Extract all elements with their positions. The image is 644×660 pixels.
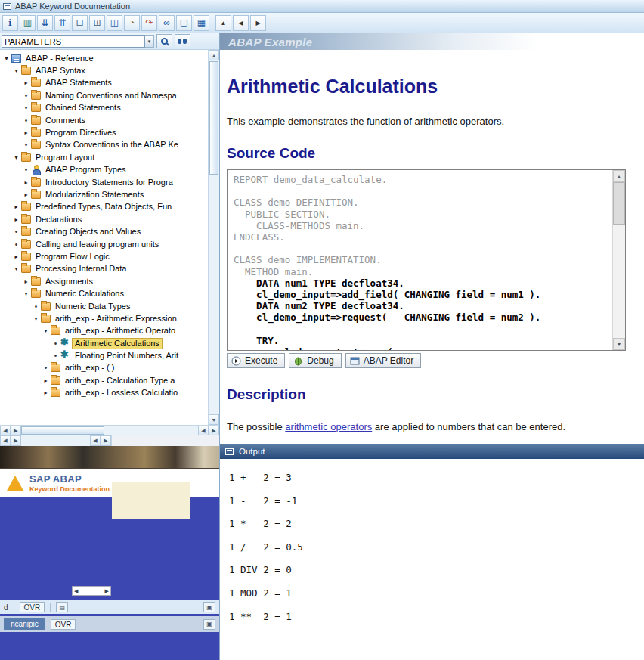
tree-item[interactable]: ▾ABAP Syntax: [0, 64, 208, 76]
tree-item-label[interactable]: Numeric Calculations: [43, 289, 126, 299]
tree-item-label[interactable]: ABAP Statements: [43, 78, 114, 88]
execute-button[interactable]: Execute: [227, 353, 285, 368]
tree-item-label[interactable]: Introductory Statements for Progra: [43, 178, 175, 187]
reading-glasses-icon[interactable]: ∞: [159, 15, 175, 31]
tree-item[interactable]: ▸arith_exp - Lossless Calculatio: [0, 387, 208, 399]
expand-toggle[interactable]: ▸: [42, 389, 50, 396]
tree-item[interactable]: •Calling and leaving program units: [0, 238, 208, 250]
tree-item[interactable]: ▸Predefined Types, Data Objects, Fun: [0, 201, 208, 213]
tree-item-label[interactable]: Declarations: [33, 215, 84, 225]
tree-item-label[interactable]: Naming Conventions and Namespa: [43, 91, 179, 101]
collapse-toggle[interactable]: ▾: [22, 290, 30, 297]
expand-toggle[interactable]: ▸: [12, 253, 20, 260]
tree-item-label[interactable]: Syntax Conventions in the ABAP Ke: [43, 140, 181, 150]
scroll-up-arrow[interactable]: ▲: [209, 50, 219, 60]
history-icon[interactable]: ◔: [124, 15, 140, 31]
tree-item-label[interactable]: ABAP Syntax: [33, 66, 88, 76]
title-bar[interactable]: ABAP Keyword Documentation: [0, 0, 644, 13]
expand-toggle[interactable]: ▸: [22, 179, 30, 186]
vertical-scrollbar-thumb[interactable]: [209, 61, 218, 175]
expand-all-icon[interactable]: ⇊: [37, 15, 53, 31]
scroll-left-arrow-end[interactable]: ◀: [198, 426, 209, 435]
copy-icon[interactable]: ◫: [107, 15, 122, 31]
arithmetic-operators-link[interactable]: arithmetic operators: [285, 421, 372, 432]
scroll-left-arrow[interactable]: ◀: [74, 588, 78, 594]
scroll-up-button[interactable]: ▲: [215, 15, 231, 31]
tree-item[interactable]: •Numeric Data Types: [0, 300, 208, 312]
expand-toggle[interactable]: ▸: [12, 203, 20, 210]
status-window-icon-2[interactable]: ▣: [203, 619, 215, 630]
tree-item-label[interactable]: Chained Statements: [43, 103, 123, 113]
ovr-indicator[interactable]: OVR: [20, 602, 45, 612]
expand-toggle[interactable]: ▸: [42, 377, 50, 384]
scrollbar-track[interactable]: [613, 225, 625, 338]
collapse-toggle[interactable]: ▾: [12, 67, 20, 74]
print-settings-icon[interactable]: ⊞: [89, 15, 105, 31]
tree-item[interactable]: ▸Program Directives: [0, 126, 208, 138]
tree-item-label[interactable]: arith_exp - ( ): [63, 363, 116, 373]
status-history-icon[interactable]: ▤: [56, 602, 68, 612]
tree-item[interactable]: •ABAP Program Types: [0, 164, 208, 176]
expand-toggle[interactable]: ▸: [22, 278, 30, 285]
collapse-toggle[interactable]: ▾: [12, 265, 20, 272]
expand-toggle[interactable]: ▸: [22, 129, 30, 136]
scroll-right-arrow[interactable]: ▶: [105, 588, 109, 594]
tree-item[interactable]: ▸Modularization Statements: [0, 188, 208, 200]
tree-item-label[interactable]: Creating Objects and Values: [33, 227, 143, 237]
tree-item-label[interactable]: Modularization Statements: [43, 190, 146, 200]
horizontal-scrollbar-thumb[interactable]: [21, 426, 104, 435]
scroll-down-arrow[interactable]: ▼: [209, 414, 219, 425]
scroll-right-arrow[interactable]: ▶: [11, 426, 21, 435]
tree-item[interactable]: ▾Program Layout: [0, 151, 208, 163]
tree-item[interactable]: •Syntax Conventions in the ABAP Ke: [0, 139, 208, 151]
tree-item-label[interactable]: Program Layout: [33, 153, 97, 163]
tree-item-label[interactable]: arith_exp - Arithmetic Operato: [63, 326, 178, 336]
tree-item[interactable]: •Creating Objects and Values: [0, 225, 208, 237]
search-input[interactable]: [2, 35, 145, 48]
tree-item[interactable]: ▸Introductory Statements for Progra: [0, 176, 208, 188]
tree-item-label[interactable]: ABAP Program Types: [43, 165, 128, 175]
tree-item-label[interactable]: Floating Point Numbers, Arit: [73, 351, 181, 361]
tree-item-label[interactable]: Program Directives: [43, 128, 119, 138]
tree-item[interactable]: •Comments: [0, 114, 208, 126]
tree-item-label[interactable]: Comments: [43, 116, 88, 125]
tree-item-label[interactable]: arith_exp - Arithmetic Expression: [53, 314, 179, 324]
follow-link-icon[interactable]: ↷: [141, 15, 157, 31]
tree-vertical-scrollbar[interactable]: ▲ ▼: [208, 50, 219, 425]
tree-item-label[interactable]: arith_exp - Lossless Calculatio: [63, 388, 180, 398]
forward-button[interactable]: ▶: [250, 15, 266, 31]
tree-horizontal-scrollbar[interactable]: ◀ ▶ ◀ ▶: [0, 425, 219, 435]
tree-item[interactable]: •Arithmetic Calculations: [0, 337, 208, 349]
tree-item-label[interactable]: Calling and leaving program units: [33, 240, 161, 249]
scroll-left-arrow-end[interactable]: ◀: [90, 435, 101, 446]
tree-item[interactable]: ▸ABAP Statements: [0, 77, 208, 89]
tree-item[interactable]: ▸Assignments: [0, 275, 208, 287]
scroll-left-arrow[interactable]: ◀: [0, 426, 11, 435]
tree-item[interactable]: ▾ABAP - Reference: [0, 52, 208, 64]
debug-button[interactable]: Debug: [289, 353, 341, 368]
expand-toggle[interactable]: ▸: [22, 79, 30, 86]
code-scrollbar-thumb[interactable]: [613, 182, 625, 225]
tree-item-label[interactable]: Numeric Data Types: [53, 302, 132, 311]
tree-item[interactable]: •arith_exp - ( ): [0, 362, 208, 374]
scroll-left-arrow[interactable]: ◀: [0, 435, 11, 446]
collapse-toggle[interactable]: ▾: [2, 55, 11, 62]
back-button[interactable]: ◀: [233, 15, 249, 31]
scrollbar-track[interactable]: [209, 175, 219, 414]
mini-scrollbar[interactable]: ◀ ▶: [72, 586, 111, 596]
status-window-icon[interactable]: ▣: [203, 602, 215, 612]
abap-editor-button[interactable]: ABAP Editor: [345, 353, 421, 368]
find-next-button[interactable]: [175, 34, 190, 48]
tree-item[interactable]: ▸arith_exp - Calculation Type a: [0, 374, 208, 386]
collapse-toggle[interactable]: ▾: [42, 327, 50, 334]
tree-item-label[interactable]: arith_exp - Calculation Type a: [63, 376, 177, 386]
ovr-indicator-2[interactable]: OVR: [51, 619, 76, 630]
table-icon[interactable]: ▦: [194, 15, 209, 31]
tree-item-label[interactable]: Processing Internal Data: [33, 264, 128, 274]
tree-item[interactable]: ▾Numeric Calculations: [0, 287, 208, 299]
source-code-box[interactable]: REPORT demo_data_calculate. CLASS demo D…: [227, 169, 626, 351]
tree-item[interactable]: ▸Program Flow Logic: [0, 250, 208, 262]
info-icon[interactable]: ℹ: [2, 15, 18, 31]
scrollbar-track[interactable]: [104, 426, 198, 435]
tree-item-label[interactable]: Arithmetic Calculations: [73, 339, 162, 349]
